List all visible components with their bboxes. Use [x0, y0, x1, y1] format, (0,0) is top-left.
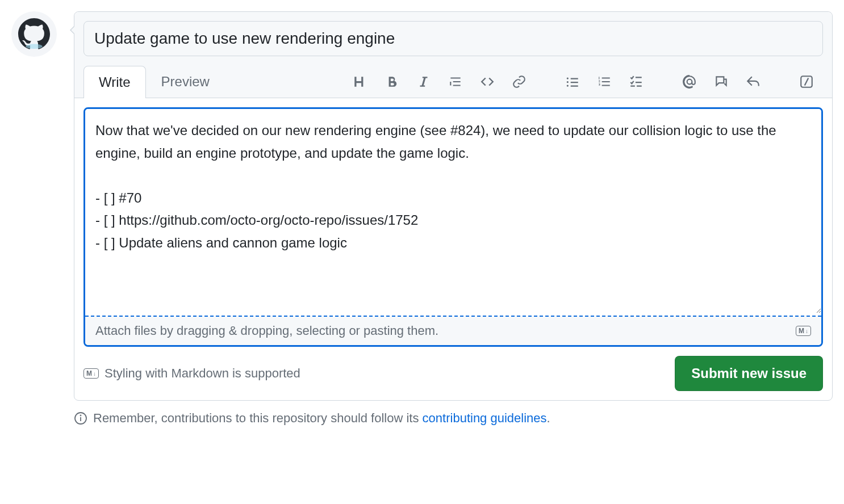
ordered-list-button[interactable] [595, 72, 614, 91]
form-footer: M↓ Styling with Markdown is supported Su… [74, 356, 832, 400]
submit-new-issue-button[interactable]: Submit new issue [675, 356, 823, 391]
issue-form-panel: Write Preview [74, 11, 833, 401]
cross-reference-button[interactable] [712, 72, 731, 91]
slash-icon [799, 74, 814, 89]
cross-reference-icon [714, 74, 729, 89]
numbered-list-icon [597, 74, 612, 89]
tab-write[interactable]: Write [83, 66, 146, 98]
bold-button[interactable] [382, 72, 402, 91]
italic-icon [416, 74, 431, 89]
link-icon [512, 74, 527, 89]
octocat-icon [18, 18, 50, 50]
svg-point-0 [26, 44, 42, 49]
tabs-row: Write Preview [83, 65, 823, 98]
heading-button[interactable] [350, 72, 370, 91]
issue-body-textarea[interactable] [85, 109, 821, 313]
attach-files-bar[interactable]: Attach files by dragging & dropping, sel… [85, 317, 821, 345]
code-button[interactable] [478, 72, 497, 91]
svg-point-4 [81, 415, 81, 416]
quote-button[interactable] [446, 72, 465, 91]
tasklist-icon [629, 74, 644, 89]
editor-box: Attach files by dragging & dropping, sel… [83, 107, 823, 347]
mention-icon [682, 74, 697, 89]
markdown-support-note[interactable]: M↓ Styling with Markdown is supported [83, 366, 300, 381]
contrib-prefix: Remember, contributions to this reposito… [93, 411, 423, 425]
italic-button[interactable] [414, 72, 433, 91]
quote-icon [448, 74, 463, 89]
editor-tabs: Write Preview [83, 65, 225, 98]
editor-wrap: Attach files by dragging & dropping, sel… [74, 98, 832, 356]
markdown-note-text: Styling with Markdown is supported [105, 366, 300, 381]
mention-button[interactable] [680, 72, 699, 91]
unordered-list-button[interactable] [563, 72, 582, 91]
issue-title-input[interactable] [83, 21, 823, 56]
reply-icon [746, 74, 761, 89]
contributing-guidelines-link[interactable]: contributing guidelines [423, 411, 547, 425]
bold-icon [385, 74, 399, 89]
code-icon [480, 74, 495, 89]
contributing-note: Remember, contributions to this reposito… [74, 411, 833, 426]
link-button[interactable] [509, 72, 529, 91]
slash-commands-button[interactable] [797, 72, 816, 91]
reply-button[interactable] [743, 72, 763, 91]
contrib-suffix: . [547, 411, 550, 425]
bullet-list-icon [565, 74, 580, 89]
info-icon [74, 411, 87, 425]
markdown-badge-icon: M↓ [83, 368, 99, 379]
avatar [11, 11, 57, 57]
markdown-badge-icon: M↓ [796, 326, 811, 336]
tab-preview[interactable]: Preview [146, 65, 225, 98]
formatting-toolbar [350, 72, 823, 91]
heading-icon [353, 74, 367, 89]
task-list-button[interactable] [626, 72, 646, 91]
panel-header: Write Preview [74, 12, 832, 98]
attach-hint-text: Attach files by dragging & dropping, sel… [95, 324, 438, 338]
